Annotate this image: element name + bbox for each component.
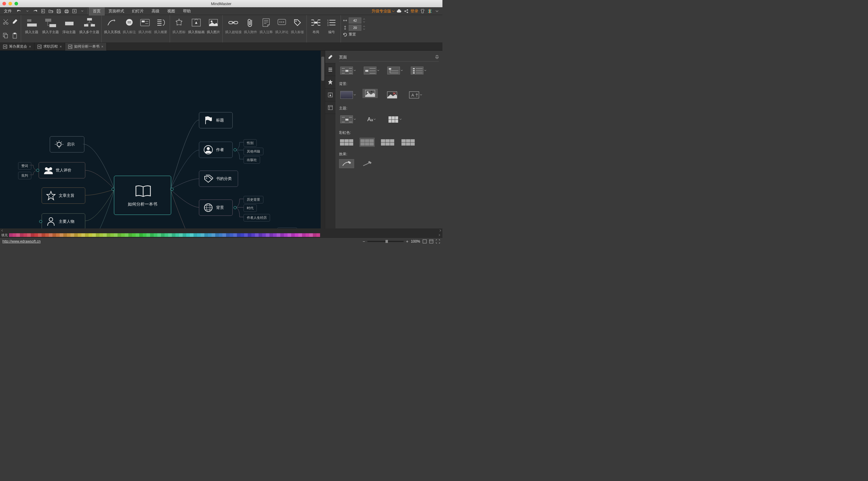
color-swatch[interactable] — [67, 233, 70, 237]
color-swatch[interactable] — [186, 233, 190, 237]
color-swatch[interactable] — [237, 233, 241, 237]
color-swatch[interactable] — [204, 233, 208, 237]
upgrade-pro-button[interactable]: 升级专业版 — [372, 8, 395, 14]
color-swatch[interactable] — [230, 233, 233, 237]
spinner-icon[interactable] — [363, 18, 366, 23]
color-swatch[interactable] — [172, 233, 176, 237]
insert-subtopic-button[interactable]: 插入子主题 — [41, 16, 59, 41]
color-swatch[interactable] — [85, 233, 89, 237]
expand-button[interactable] — [234, 206, 237, 209]
color-swatch[interactable] — [139, 233, 143, 237]
insert-attachment-button[interactable]: 插入附件 — [243, 16, 258, 41]
expand-button[interactable] — [112, 188, 115, 191]
color-swatch[interactable] — [287, 233, 291, 237]
color-swatch[interactable] — [135, 233, 139, 237]
color-swatch[interactable] — [233, 233, 237, 237]
color-swatch[interactable] — [226, 233, 230, 237]
color-swatch[interactable] — [74, 233, 78, 237]
color-swatch[interactable] — [110, 233, 114, 237]
color-swatch[interactable] — [107, 233, 110, 237]
subtopic-node[interactable]: 赞词 — [18, 162, 31, 170]
paste-button[interactable] — [11, 30, 19, 41]
color-swatch[interactable] — [302, 233, 306, 237]
fit-width-button[interactable] — [429, 239, 433, 244]
zoom-thumb[interactable] — [385, 240, 388, 243]
color-swatch[interactable] — [215, 233, 219, 237]
color-swatch[interactable] — [291, 233, 295, 237]
insert-icon-button[interactable]: 插入图标 — [172, 16, 186, 41]
menu-home[interactable]: 首页 — [89, 7, 104, 15]
color-swatch[interactable] — [193, 233, 197, 237]
zoom-slider[interactable] — [367, 241, 404, 242]
color-swatch[interactable] — [34, 233, 38, 237]
color-swatch[interactable] — [38, 233, 41, 237]
color-swatch[interactable] — [20, 233, 24, 237]
share-button[interactable] — [403, 8, 409, 14]
color-swatch[interactable] — [262, 233, 266, 237]
color-swatch[interactable] — [121, 233, 125, 237]
watermark-button[interactable]: A — [407, 89, 425, 101]
color-swatch[interactable] — [258, 233, 262, 237]
insert-comment-button[interactable]: 插入评论 — [275, 16, 289, 41]
color-swatch[interactable] — [273, 233, 277, 237]
topic-node[interactable]: 书的分类 — [199, 170, 238, 187]
subtopic-node[interactable]: 时代 — [244, 204, 257, 212]
color-swatch[interactable] — [244, 233, 248, 237]
login-button[interactable]: 登录 — [410, 8, 418, 14]
subtopic-node[interactable]: 作者人生经历 — [244, 214, 270, 222]
theme-color-button[interactable] — [386, 113, 404, 125]
topic-node[interactable]: 背景 — [199, 199, 233, 216]
color-swatch[interactable] — [284, 233, 287, 237]
color-swatch[interactable] — [96, 233, 99, 237]
menu-page-style[interactable]: 页面样式 — [104, 7, 128, 15]
color-swatch[interactable] — [92, 233, 96, 237]
color-swatch[interactable] — [143, 233, 147, 237]
layout-button[interactable]: 布局 — [309, 16, 323, 41]
fullscreen-button[interactable] — [436, 239, 440, 244]
color-swatch[interactable] — [24, 233, 27, 237]
app-logo-button[interactable] — [427, 8, 433, 14]
website-link[interactable]: http://www.edrawsoft.cn — [2, 239, 41, 244]
color-swatch[interactable] — [150, 233, 154, 237]
topic-node[interactable]: 主要人物 — [41, 213, 85, 228]
color-swatch[interactable] — [70, 233, 74, 237]
insert-summary-button[interactable]: 插入概要 — [153, 16, 168, 41]
bg-color-button[interactable] — [339, 89, 357, 101]
subtopic-node[interactable]: 批判 — [18, 172, 31, 179]
theme-preset-button[interactable] — [339, 113, 357, 125]
rainbow-option-4[interactable] — [401, 138, 415, 147]
window-minimize-button[interactable] — [8, 2, 12, 5]
subtopic-node[interactable]: 出版社 — [244, 156, 260, 164]
color-swatch[interactable] — [208, 233, 212, 237]
color-swatch[interactable] — [125, 233, 128, 237]
subtopic-node[interactable]: 其他书籍 — [244, 148, 264, 155]
menu-advanced[interactable]: 高级 — [148, 7, 163, 15]
color-swatch[interactable] — [118, 233, 121, 237]
window-zoom-button[interactable] — [14, 2, 18, 5]
color-swatch[interactable] — [306, 233, 309, 237]
insert-hyperlink-button[interactable]: 插入超链接 — [224, 16, 242, 41]
color-swatch[interactable] — [132, 233, 135, 237]
topic-height-input[interactable] — [349, 25, 361, 31]
doc-tab-3[interactable]: 如何分析一本书 × — [65, 43, 107, 51]
color-swatch[interactable] — [82, 233, 85, 237]
insert-note-button[interactable]: 插入注释 — [259, 16, 273, 41]
color-swatch[interactable] — [56, 233, 60, 237]
color-swatch[interactable] — [45, 233, 49, 237]
window-close-button[interactable] — [2, 2, 6, 5]
color-swatch[interactable] — [60, 233, 63, 237]
topic-node[interactable]: 标题 — [199, 112, 233, 128]
doc-tab-1[interactable]: 筹办展览会 × — [0, 43, 34, 51]
topic-node[interactable]: 文章主旨 — [41, 188, 85, 204]
color-swatch[interactable] — [255, 233, 258, 237]
color-swatch[interactable] — [164, 233, 168, 237]
color-swatch[interactable] — [157, 233, 161, 237]
color-swatch[interactable] — [176, 233, 179, 237]
redo-button[interactable] — [32, 8, 38, 14]
color-swatch[interactable] — [103, 233, 107, 237]
skin-button[interactable] — [420, 8, 426, 14]
panel-tab-layout[interactable] — [325, 101, 336, 114]
color-swatch[interactable] — [89, 233, 92, 237]
color-swatch[interactable] — [128, 233, 132, 237]
fit-page-button[interactable] — [423, 239, 427, 244]
